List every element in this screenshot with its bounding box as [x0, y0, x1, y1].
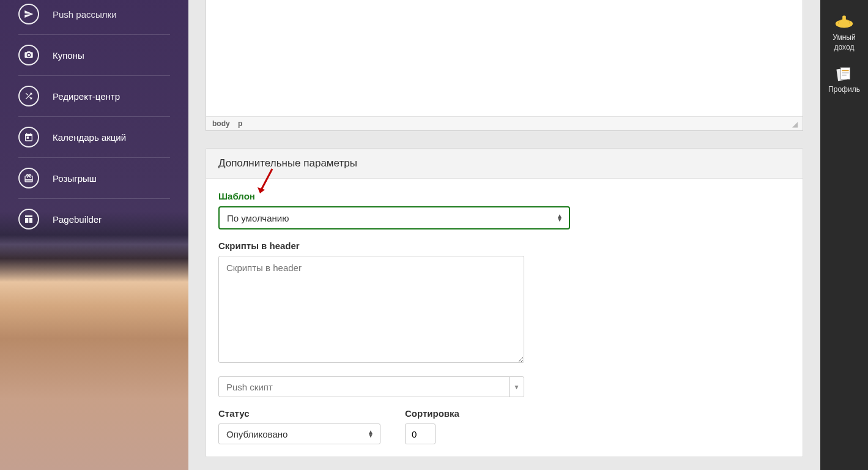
rightbar-item-label: Профиль	[823, 85, 866, 95]
editor-element-path[interactable]: body p	[212, 119, 248, 128]
rightbar-item-profile[interactable]: Профиль	[820, 61, 868, 103]
rich-text-editor: body p	[206, 0, 803, 131]
panel-body: Шаблон По умолчанию ▲▼ Скрипты в header …	[206, 179, 803, 457]
chevron-updown-icon: ▲▼	[557, 214, 563, 222]
status-select-value: Опубликовано	[226, 429, 287, 439]
sidebar-item-label: Редирект-центр	[53, 91, 120, 102]
sidebar-item-push[interactable]: Push рассылки	[18, 0, 170, 35]
sort-label: Сортировка	[405, 408, 459, 419]
sidebar-item-coupons[interactable]: Купоны	[18, 35, 170, 76]
additional-params-panel: Дополнительные параметры Шаблон По умолч…	[206, 148, 803, 457]
profile-docs-icon	[833, 64, 855, 83]
annotation-arrow-icon	[254, 168, 278, 198]
path-body[interactable]: body	[212, 119, 230, 128]
sidebar-item-label: Pagebuilder	[53, 214, 102, 225]
rightbar-item-label: Умный доход	[823, 33, 866, 52]
scripts-group: Скрипты в header	[218, 241, 790, 365]
chevron-updown-icon: ▲▼	[368, 430, 374, 438]
sidebar-item-label: Push рассылки	[53, 9, 117, 20]
push-script-group: ▼	[218, 376, 790, 397]
editor-body[interactable]	[206, 0, 803, 116]
push-script-input[interactable]	[219, 377, 509, 397]
editor-resize-handle[interactable]	[789, 120, 796, 127]
push-script-combo[interactable]: ▼	[218, 376, 524, 397]
rightbar-item-income[interactable]: Умный доход	[820, 9, 868, 61]
status-label: Статус	[218, 408, 380, 419]
sidebar-item-label: Купоны	[53, 50, 84, 61]
sidebar-item-redirect[interactable]: Редирект-центр	[18, 76, 170, 117]
status-select[interactable]: Опубликовано ▲▼	[218, 423, 380, 444]
sidebar-item-pagebuilder[interactable]: Pagebuilder	[18, 199, 170, 239]
status-sort-row: Статус Опубликовано ▲▼ Сортировка	[218, 408, 790, 444]
camera-icon	[18, 45, 39, 65]
calendar-icon	[18, 127, 39, 147]
sidebar-nav: Push рассылки Купоны Редирект-центр Кале…	[0, 0, 188, 239]
template-select-value: По умолчанию	[227, 213, 289, 223]
gift-icon	[18, 168, 39, 188]
panel-title: Дополнительные параметры	[206, 149, 803, 179]
main-content: body p Дополнительные параметры Шаблон П…	[188, 0, 820, 470]
template-group: Шаблон По умолчанию ▲▼	[218, 191, 790, 229]
hardhat-icon	[833, 12, 855, 31]
svg-rect-5	[842, 72, 848, 73]
svg-rect-1	[842, 16, 846, 21]
paper-plane-icon	[18, 4, 39, 24]
status-group: Статус Опубликовано ▲▼	[218, 408, 380, 444]
shuffle-icon	[18, 86, 39, 106]
right-sidebar: Умный доход Профиль	[820, 0, 868, 470]
layout-icon	[18, 209, 39, 229]
editor-statusbar: body p	[206, 116, 803, 130]
template-select[interactable]: По умолчанию ▲▼	[218, 206, 570, 229]
svg-rect-6	[842, 75, 847, 76]
template-label: Шаблон	[218, 191, 790, 201]
svg-rect-4	[842, 70, 848, 72]
sort-group: Сортировка	[405, 408, 459, 444]
sidebar-item-label: Календарь акций	[53, 132, 126, 143]
sidebar-item-raffle[interactable]: Розыгрыш	[18, 158, 170, 199]
left-sidebar: Push рассылки Купоны Редирект-центр Кале…	[0, 0, 188, 470]
sidebar-item-calendar[interactable]: Календарь акций	[18, 117, 170, 158]
scripts-label: Скрипты в header	[218, 241, 790, 251]
sidebar-item-label: Розыгрыш	[53, 173, 97, 184]
scripts-textarea[interactable]	[218, 256, 524, 363]
sort-input[interactable]	[405, 423, 436, 444]
path-p[interactable]: p	[238, 119, 242, 128]
chevron-down-icon[interactable]: ▼	[509, 377, 524, 397]
